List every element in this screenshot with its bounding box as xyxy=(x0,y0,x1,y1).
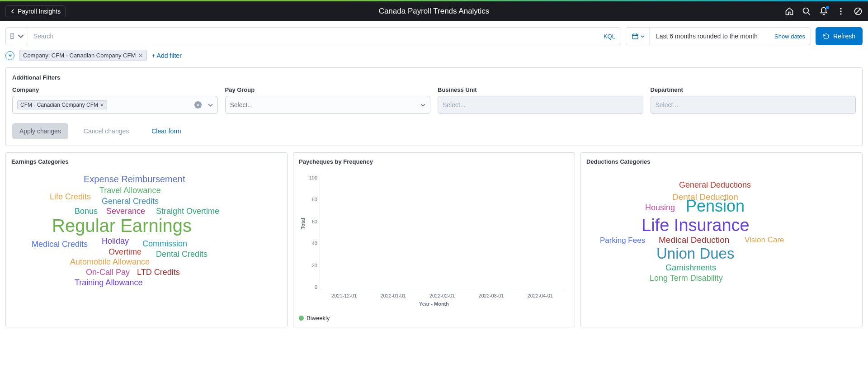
word-cloud-term[interactable]: Medical Deduction xyxy=(659,235,729,245)
paycheques-title: Paycheques by Frequency xyxy=(299,158,569,165)
more-icon[interactable] xyxy=(836,7,845,16)
word-cloud-term[interactable]: Parking Fees xyxy=(600,236,645,245)
filter-pill-label: Company: CFM - Canadian Company CFM xyxy=(23,52,136,59)
clear-form-button[interactable]: Clear form xyxy=(144,123,188,139)
business-unit-filter-label: Business Unit xyxy=(438,86,643,93)
deductions-categories-panel: Deductions Categories General Deductions… xyxy=(580,152,863,327)
chevron-left-icon xyxy=(10,9,15,14)
remove-filter-icon[interactable]: ✕ xyxy=(138,52,143,59)
business-unit-filter-select: Select... xyxy=(438,96,643,114)
word-cloud-term[interactable]: Life Insurance xyxy=(642,216,750,235)
word-cloud-term[interactable]: Overtime xyxy=(108,247,142,257)
date-picker[interactable]: Last 6 months rounded to the month Show … xyxy=(626,27,811,45)
word-cloud-term[interactable]: Garnishments xyxy=(665,263,716,273)
remove-chip-icon[interactable]: ✕ xyxy=(100,102,104,108)
calendar-button[interactable] xyxy=(632,28,650,45)
company-chip-label: CFM - Canadian Company CFM xyxy=(20,102,98,108)
word-cloud-term[interactable]: LTD Credits xyxy=(137,268,180,277)
svg-point-2 xyxy=(840,8,841,9)
chart-bars xyxy=(320,175,565,290)
word-cloud-term[interactable]: Automobile Allowance xyxy=(70,257,150,267)
chevron-down-icon xyxy=(641,34,645,38)
saved-query-button[interactable] xyxy=(6,28,28,45)
block-icon[interactable] xyxy=(854,7,863,16)
word-cloud-term[interactable]: General Credits xyxy=(102,197,159,206)
svg-point-0 xyxy=(803,8,809,13)
bar-chart: Total 100806040200 xyxy=(320,175,565,290)
chart-legend: Biweekly xyxy=(299,315,569,321)
add-filter-link[interactable]: + Add filter xyxy=(151,52,182,59)
word-cloud-term[interactable]: Commission xyxy=(142,239,187,249)
chevron-down-icon xyxy=(208,103,213,108)
svg-line-6 xyxy=(855,9,861,14)
word-cloud-term[interactable]: Severance xyxy=(106,207,145,216)
word-cloud-term[interactable]: Medical Credits xyxy=(32,240,88,249)
y-axis-ticks: 100806040200 xyxy=(306,175,317,290)
svg-point-3 xyxy=(840,10,841,12)
department-filter-select: Select... xyxy=(651,96,856,114)
x-axis-label: Year - Month xyxy=(299,301,569,307)
refresh-icon xyxy=(823,33,830,40)
word-cloud-term[interactable]: Long Term Disability xyxy=(650,274,723,283)
legend-label: Biweekly xyxy=(307,315,330,321)
refresh-label: Refresh xyxy=(833,33,855,40)
back-button[interactable]: Payroll Insights xyxy=(5,5,66,17)
search-input[interactable] xyxy=(28,28,598,45)
app-header: Payroll Insights Canada Payroll Trends A… xyxy=(0,1,868,21)
word-cloud-term[interactable]: Expense Reimbursement xyxy=(84,174,185,184)
word-cloud-term[interactable]: Pension xyxy=(686,197,745,216)
earnings-categories-panel: Earnings Categories Expense Reimbursemen… xyxy=(5,152,288,327)
word-cloud-term[interactable]: Dental Credits xyxy=(156,250,208,259)
svg-line-1 xyxy=(808,12,810,14)
home-icon[interactable] xyxy=(785,7,794,16)
deductions-title: Deductions Categories xyxy=(586,158,857,165)
department-placeholder: Select... xyxy=(656,101,679,109)
additional-filters-panel: Additional Filters Company CFM - Canadia… xyxy=(5,67,863,146)
x-axis-ticks: 2021-12-012022-01-012022-02-012022-03-01… xyxy=(320,290,565,298)
word-cloud-term[interactable]: Holiday xyxy=(102,236,129,246)
notification-badge xyxy=(826,6,829,9)
word-cloud-term[interactable]: On-Call Pay xyxy=(86,268,130,277)
pay-group-filter-select[interactable]: Select... xyxy=(225,96,431,114)
calendar-icon xyxy=(632,33,639,40)
word-cloud-term[interactable]: Vision Care xyxy=(745,236,784,245)
cancel-changes-button: Cancel changes xyxy=(76,123,136,139)
word-cloud-term[interactable]: Housing xyxy=(645,203,675,213)
filter-menu-button[interactable] xyxy=(5,51,14,60)
paycheques-panel: Paycheques by Frequency Total 1008060402… xyxy=(293,152,575,327)
company-chip: CFM - Canadian Company CFM ✕ xyxy=(17,100,107,109)
word-cloud-term[interactable]: Training Allowance xyxy=(75,278,142,288)
kql-toggle[interactable]: KQL xyxy=(598,33,621,40)
filter-icon xyxy=(8,53,13,58)
search-icon[interactable] xyxy=(802,7,811,16)
company-filter-label: Company xyxy=(12,86,218,93)
pay-group-filter-label: Pay Group xyxy=(225,86,431,93)
date-range-text: Last 6 months rounded to the month xyxy=(652,33,772,40)
department-filter-label: Department xyxy=(651,86,856,93)
show-dates-link[interactable]: Show dates xyxy=(774,33,805,40)
word-cloud-term[interactable]: Bonus xyxy=(75,207,98,216)
deductions-word-cloud: General DeductionsDental DeductionHousin… xyxy=(586,170,857,306)
search-container: KQL xyxy=(5,27,621,45)
company-filter-select[interactable]: CFM - Canadian Company CFM ✕ ✕ xyxy=(12,96,218,114)
legend-swatch xyxy=(299,316,304,321)
word-cloud-term[interactable]: Union Dues xyxy=(656,245,734,262)
clear-select-icon[interactable]: ✕ xyxy=(194,101,202,109)
page-title: Canada Payroll Trends Analytics xyxy=(379,7,490,16)
earnings-title: Earnings Categories xyxy=(11,158,282,165)
word-cloud-term[interactable]: Travel Allowance xyxy=(99,186,160,195)
back-label: Payroll Insights xyxy=(18,8,61,15)
refresh-button[interactable]: Refresh xyxy=(816,27,863,45)
earnings-word-cloud: Expense ReimbursementTravel AllowanceLif… xyxy=(11,170,282,306)
svg-point-4 xyxy=(840,13,841,14)
word-cloud-term[interactable]: Straight Overtime xyxy=(156,207,219,216)
word-cloud-term[interactable]: General Deductions xyxy=(679,180,751,190)
word-cloud-term[interactable]: Life Credits xyxy=(50,192,91,202)
business-unit-placeholder: Select... xyxy=(443,101,466,109)
pay-group-placeholder: Select... xyxy=(230,101,253,109)
notifications-icon[interactable] xyxy=(819,7,828,16)
additional-filters-title: Additional Filters xyxy=(12,74,856,81)
filter-pill-company[interactable]: Company: CFM - Canadian Company CFM ✕ xyxy=(19,50,147,61)
chevron-down-icon xyxy=(18,33,24,39)
word-cloud-term[interactable]: Regular Earnings xyxy=(52,216,192,236)
